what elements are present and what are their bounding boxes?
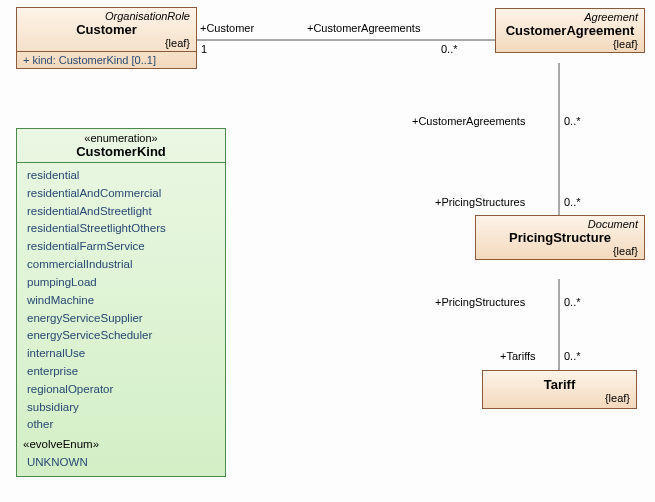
customer-agreement-name: CustomerAgreement [502,23,638,38]
class-customer-agreement: Agreement CustomerAgreement {leaf} [495,8,645,53]
class-tariff-header: Tariff {leaf} [483,371,636,408]
class-pricing-structure: Document PricingStructure {leaf} [475,215,645,260]
enum-literal: commercialIndustrial [27,256,215,274]
enum-literal: residentialFarmService [27,238,215,256]
enum-literal: internalUse [27,345,215,363]
class-customer-agreement-header: Agreement CustomerAgreement {leaf} [496,9,644,52]
customer-attribute: + kind: CustomerKind [0..1] [17,52,196,68]
label-pricing-structures-mult-bot: 0..* [564,296,581,308]
enum-literal: residentialStreetlightOthers [27,220,215,238]
customer-stereotype: OrganisationRole [23,10,190,22]
pricing-structure-constraint: {leaf} [482,245,638,257]
label-customer-role: +Customer [200,22,254,34]
label-pricing-structures-role-bot: +PricingStructures [435,296,525,308]
class-customer: OrganisationRole Customer {leaf} + kind:… [16,7,197,69]
customer-kind-stereotype: «enumeration» [23,132,219,144]
tariff-name: Tariff [489,377,630,392]
pricing-structure-stereotype: Document [482,218,638,230]
enum-literal: residential [27,167,215,185]
pricing-structure-name: PricingStructure [482,230,638,245]
enum-literal: windMachine [27,292,215,310]
label-tariffs-role: +Tariffs [500,350,536,362]
label-pricing-structures-role-top: +PricingStructures [435,196,525,208]
enum-literal: residentialAndCommercial [27,185,215,203]
label-customer-agreements-role-h: +CustomerAgreements [307,22,420,34]
label-customer-agreements-role-v: +CustomerAgreements [412,115,525,127]
label-tariffs-mult: 0..* [564,350,581,362]
enum-literal: enterprise [27,363,215,381]
enum-literal: UNKNOWN [27,454,215,472]
enum-customer-kind-header: «enumeration» CustomerKind [17,129,225,163]
enum-literal: pumpingLoad [27,274,215,292]
label-customer-agreements-mult-h: 0..* [441,43,458,55]
customer-kind-literals: residentialresidentialAndCommercialresid… [17,163,225,476]
label-customer-mult: 1 [201,43,207,55]
customer-kind-name: CustomerKind [23,144,219,159]
label-customer-agreements-mult-v: 0..* [564,115,581,127]
class-tariff: Tariff {leaf} [482,370,637,409]
customer-name: Customer [23,22,190,37]
enum-literal: other [27,416,215,434]
tariff-constraint: {leaf} [489,392,630,404]
enum-literal: energyServiceScheduler [27,327,215,345]
enum-literal: energyServiceSupplier [27,310,215,328]
customer-constraint: {leaf} [23,37,190,49]
customer-agreement-stereotype: Agreement [502,11,638,23]
enum-customer-kind: «enumeration» CustomerKind residentialre… [16,128,226,477]
label-pricing-structures-mult-top: 0..* [564,196,581,208]
enum-literal: regionalOperator [27,381,215,399]
class-customer-header: OrganisationRole Customer {leaf} [17,8,196,52]
enum-literal: residentialAndStreetlight [27,203,215,221]
customer-agreement-constraint: {leaf} [502,38,638,50]
enum-section-label: «evolveEnum» [23,436,215,454]
class-pricing-structure-header: Document PricingStructure {leaf} [476,216,644,259]
enum-literal: subsidiary [27,399,215,417]
